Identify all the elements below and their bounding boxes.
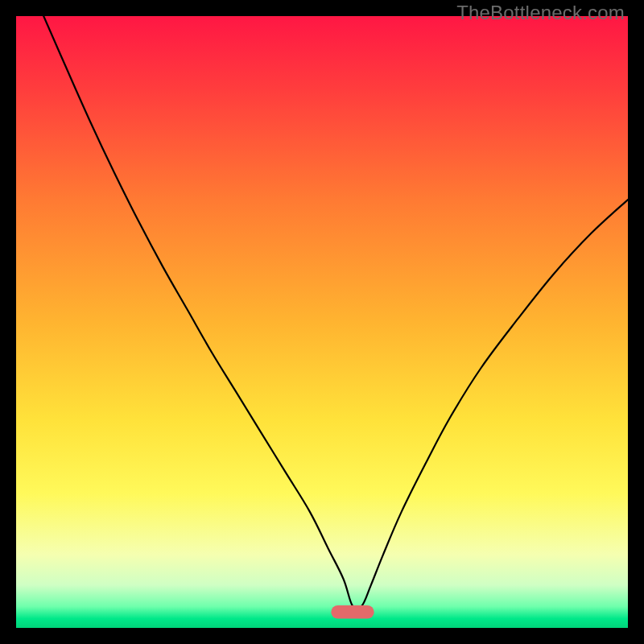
- chart-frame: [16, 16, 628, 628]
- bottleneck-chart: [16, 16, 628, 628]
- marker-pill: [331, 605, 374, 619]
- watermark-text: TheBottleneck.com: [456, 2, 625, 24]
- annotation-layer: [331, 605, 374, 619]
